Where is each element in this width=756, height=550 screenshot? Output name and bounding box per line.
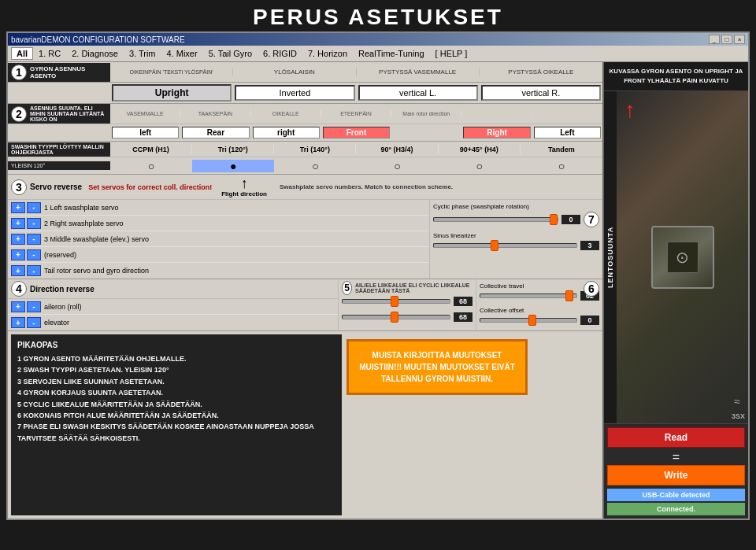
pikaopas-item-2: 2 SWASH TYYPPI ASETETAAN. YLEISIN 120°: [17, 364, 335, 375]
bottom-area: PIKAOPAS 1 GYRON ASENTO MÄÄRITETÄÄN OHJE…: [8, 331, 602, 519]
title-bar: bavarianDEMON CONFIGURATION SOFTWARE _ □…: [8, 33, 748, 46]
elev-slider-row: 68: [342, 312, 472, 322]
gyro-3sx-label: 3SX: [732, 412, 745, 420]
pikaopas-item-1: 1 GYRON ASENTO MÄÄRITETÄÄN OHJELMALLE.: [17, 353, 335, 364]
servo2-minus-btn[interactable]: -: [27, 218, 41, 229]
elev-minus-btn[interactable]: -: [27, 317, 41, 328]
direction-swash-header: 2 ASENNUS SUUNTA. ELI MIHIN SUUNTAAN LII…: [8, 104, 602, 124]
elev-plus-btn[interactable]: +: [11, 317, 25, 328]
window-buttons: _ □ ×: [709, 35, 745, 44]
dir-rev-label: Direction reverse: [30, 285, 94, 293]
close-btn[interactable]: ×: [734, 35, 745, 44]
vertical-l-value[interactable]: vertical L.: [358, 85, 478, 101]
step5-label: 5 AIL/ELE LIIKEALUE ELI CYCLIC LIIKEALUE…: [342, 281, 472, 295]
dir-main-right[interactable]: Right: [463, 127, 530, 138]
collective-travel-row: 62: [480, 291, 599, 301]
ail-value: 68: [454, 297, 472, 306]
elev-range-slider[interactable]: [342, 315, 450, 319]
upright-value[interactable]: Upright: [112, 84, 232, 102]
servo5-minus-btn[interactable]: -: [27, 265, 41, 276]
nav-mixer[interactable]: 4. Mixer: [161, 47, 203, 60]
swash-90h34[interactable]: ○: [356, 160, 438, 172]
collective-offset-slider[interactable]: [480, 318, 577, 323]
ail-range-slider[interactable]: [342, 299, 450, 304]
step6-badge-area: 6: [584, 281, 599, 297]
swash-ccpm[interactable]: ○: [110, 160, 192, 172]
elevator-row: + - elevator: [8, 315, 338, 330]
gyro-value-row: Upright Inverted vertical L. vertical R.: [8, 83, 602, 104]
read-button[interactable]: Read: [607, 427, 745, 448]
nav-help[interactable]: [ HELP ]: [430, 47, 473, 60]
collective-travel-slider[interactable]: [480, 293, 577, 298]
servo1-minus-btn[interactable]: -: [27, 202, 41, 213]
right-info-text: KUVASSA GYRON ASENTO ON UPRIGHT JA FRONT…: [604, 62, 748, 91]
vertical-r-value[interactable]: vertical R.: [481, 85, 601, 101]
gyro-col-header-4: PYSTYSSÄ OIKEALLE: [480, 68, 602, 76]
page-title-bar: PERUS ASETUKSET: [0, 0, 756, 31]
swash-tri120[interactable]: ●: [192, 160, 274, 172]
nav-tail-gyro[interactable]: 5. Tail Gyro: [203, 47, 258, 60]
servo4-label: (reserved): [44, 251, 76, 259]
servo4-minus-btn[interactable]: -: [27, 249, 41, 260]
servo-row-2: + - 2 Right swashplate servo: [8, 216, 429, 231]
collective-offset-label: Collective offset: [480, 307, 599, 314]
swash-header-row: SWASHIN TYYPPI LÖYTYY MALLIN OHJEKIRJAST…: [8, 142, 602, 157]
inverted-value[interactable]: Inverted: [235, 85, 354, 101]
main-window: bavarianDEMON CONFIGURATION SOFTWARE _ □…: [6, 31, 750, 520]
left-center-panel: 1 GYRON ASENNUS ASENTO OIKEINPÄIN 'TEKST…: [8, 62, 602, 519]
servo3-minus-btn[interactable]: -: [27, 234, 41, 245]
ail-minus-btn[interactable]: -: [27, 301, 41, 312]
gyro-label-cell: 1 GYRON ASENNUS ASENTO: [8, 63, 110, 82]
servo-row-5: + - Tail rotor servo and gyro direction: [8, 263, 429, 279]
pikaopas-item-3: 3 SERVOJEN LIIKE SUUNNAT ASETETAAN.: [17, 376, 335, 387]
dir-right[interactable]: right: [253, 127, 320, 138]
minimize-btn[interactable]: _: [709, 35, 720, 44]
nav-rc[interactable]: 1. RC: [33, 47, 66, 60]
nav-bar: All 1. RC 2. Diagnose 3. Trim 4. Mixer 5…: [8, 46, 748, 62]
dir-front[interactable]: Front: [323, 127, 390, 138]
nav-all[interactable]: All: [11, 47, 33, 60]
swash-tandem[interactable]: ○: [521, 160, 602, 172]
step5-badge: 5: [342, 281, 352, 295]
gyro-image-area: LENTOSUUNTA ↑ 3SX ⊙ ≈: [604, 91, 748, 423]
sinus-slider[interactable]: [433, 243, 577, 248]
servo3-plus-btn[interactable]: +: [11, 234, 25, 245]
ail-plus-btn[interactable]: +: [11, 301, 25, 312]
servo4-plus-btn[interactable]: +: [11, 249, 25, 260]
dir-left[interactable]: left: [112, 127, 179, 138]
nav-horizon[interactable]: 7. Horizon: [302, 47, 353, 60]
gyro-col-header-3: PYSTYSSÄ VASEMMALLE: [357, 68, 480, 76]
servo-row-1: + - 1 Left swashplate servo: [8, 200, 429, 216]
maximize-btn[interactable]: □: [721, 35, 732, 44]
direction-values-row: left Rear right Front Right Left: [8, 124, 602, 142]
servo-row-4: + - (reserved): [8, 247, 429, 263]
direction-collective-area: 4 Direction reverse + - aileron (roll) +…: [8, 279, 602, 331]
nav-rigid[interactable]: 6. RIGID: [258, 47, 302, 60]
write-button[interactable]: Write: [607, 465, 745, 485]
nav-trim[interactable]: 3. Trim: [124, 47, 161, 60]
pikaopas-item-4: 4 GYRON KORJAUS SUUNTA ASETETAAN.: [17, 387, 335, 398]
nav-diagnose[interactable]: 2. Diagnose: [66, 47, 124, 60]
collective-travel-label: Collective travel: [480, 282, 599, 290]
elev-label: elevator: [44, 319, 99, 327]
pikaopas-item-6: 6 KOKONAIS PITCH ALUE MÄÄRITETÄÄN JA SÄÄ…: [17, 410, 335, 421]
dir-main-left[interactable]: Left: [534, 127, 601, 138]
gyro-col-header-2: YLÖSALAISIN: [233, 68, 356, 76]
step4-badge: 4: [11, 281, 27, 297]
sinus-value: 3: [580, 241, 599, 250]
dir-rear[interactable]: Rear: [182, 127, 249, 138]
dir-label-hdr: 2 ASENNUS SUUNTA. ELI MIHIN SUUNTAAN LII…: [8, 104, 110, 124]
nav-realtime[interactable]: RealTime-Tuning: [353, 47, 430, 60]
swash-90h4[interactable]: ○: [439, 160, 521, 172]
servo2-plus-btn[interactable]: +: [11, 218, 25, 229]
gyro-arrow: ↑: [624, 99, 636, 121]
servo5-plus-btn[interactable]: +: [11, 265, 25, 276]
step1-badge: 1: [11, 65, 27, 80]
servo1-plus-btn[interactable]: +: [11, 202, 25, 213]
swash-tri140[interactable]: ○: [274, 160, 356, 172]
window-title: bavarianDEMON CONFIGURATION SOFTWARE: [11, 35, 185, 44]
cyclic-phase-slider[interactable]: [433, 217, 558, 222]
sinus-label: Sinus linearizer: [433, 232, 599, 239]
ail-slider-row: 68: [342, 297, 472, 306]
swash-value-row: YLEISIN 120° ○ ● ○ ○ ○ ○: [8, 157, 602, 175]
